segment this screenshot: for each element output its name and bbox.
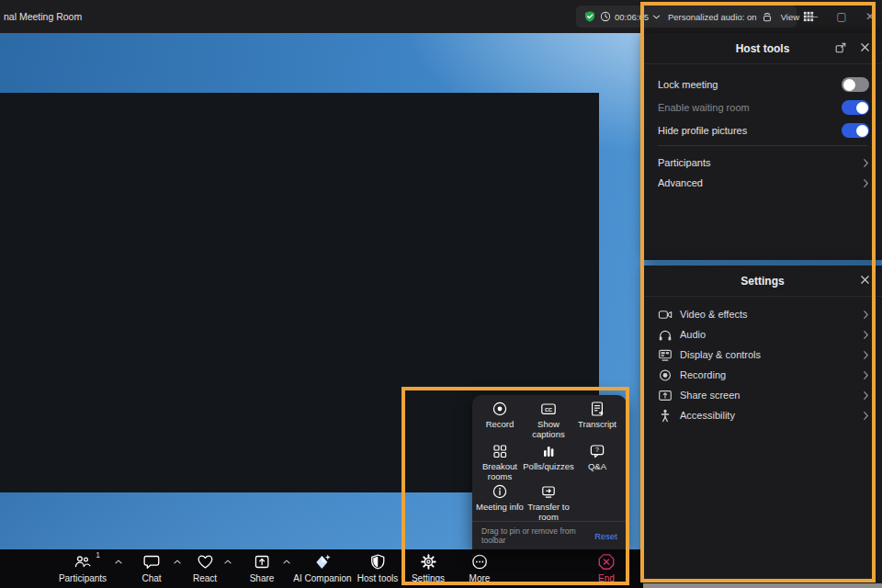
zoom-meeting-window: nal Meeting Room 00:06:05 Personalized a… <box>0 0 882 588</box>
chevron-right-icon <box>863 178 869 188</box>
meeting-status-pill: 00:06:05 Personalized audio: on View <box>576 6 797 28</box>
clock-icon <box>600 11 611 22</box>
menu-item-polls-quizzes[interactable]: Polls/quizzes <box>523 443 574 472</box>
bottom-gray-strip <box>643 583 882 588</box>
share-screen-icon <box>254 553 271 571</box>
toggle-row-enable-waiting-room: Enable waiting room <box>643 97 882 118</box>
settings-button[interactable]: Settings <box>412 553 445 583</box>
participants-chevron-up-icon[interactable] <box>114 559 123 565</box>
close-icon[interactable] <box>859 41 871 53</box>
share-screen-icon <box>658 389 673 402</box>
chat-button[interactable]: Chat <box>141 553 161 583</box>
headphones-icon <box>658 328 673 342</box>
settings-item-accessibility[interactable]: Accessibility <box>643 405 882 425</box>
record-icon <box>658 368 673 382</box>
chevron-right-icon <box>863 350 869 360</box>
svg-text:CC: CC <box>545 407 552 413</box>
transcript-icon <box>589 401 605 417</box>
more-button[interactable]: More <box>469 553 491 583</box>
drag-hint-text: Drag to pin or remove from toolbar <box>481 526 594 545</box>
advanced-link-row[interactable]: Advanced <box>643 173 882 193</box>
end-meeting-button[interactable]: End <box>598 553 616 583</box>
settings-item-display-controls[interactable]: Display & controls <box>643 345 882 365</box>
settings-item-recording[interactable]: Recording <box>643 365 882 385</box>
more-ellipsis-icon <box>470 553 488 571</box>
video-camera-icon <box>658 308 673 322</box>
host-tools-title: Host tools <box>736 42 790 55</box>
meeting-timer[interactable]: 00:06:05 <box>615 12 649 22</box>
menu-item-meeting-info[interactable]: Meeting info <box>474 483 526 513</box>
participants-link-row[interactable]: Participants <box>643 153 882 173</box>
settings-item-audio[interactable]: Audio <box>643 324 882 345</box>
ai-companion-sparkle-icon <box>313 553 332 571</box>
chevron-right-icon <box>863 330 869 340</box>
divider <box>658 145 867 146</box>
toggle-row-lock-meeting: Lock meeting <box>643 74 882 95</box>
shield-icon <box>369 553 387 571</box>
ai-companion-button[interactable]: AI Companion <box>293 553 351 583</box>
reset-link[interactable]: Reset <box>594 531 617 541</box>
chevron-down-icon[interactable] <box>652 14 661 20</box>
encryption-shield-icon <box>583 10 596 23</box>
participants-button[interactable]: 1 Participants <box>59 553 107 583</box>
closed-captions-icon: CC <box>540 401 557 417</box>
breakout-rooms-icon <box>492 443 508 459</box>
personalized-audio-status: Personalized audio: on <box>668 12 757 22</box>
more-menu-popup: Record CC Show captions Transcript Break… <box>472 395 627 549</box>
chevron-right-icon <box>863 310 869 320</box>
host-tools-header: Host tools <box>643 33 882 64</box>
heart-icon <box>197 553 214 571</box>
react-button[interactable]: React <box>193 553 217 583</box>
chevron-right-icon <box>863 390 869 401</box>
menu-item-record[interactable]: Record <box>474 401 526 430</box>
chevron-right-icon <box>863 411 869 421</box>
more-menu-footer: Drag to pin or remove from toolbar Reset <box>472 521 627 549</box>
participants-count-badge: 1 <box>96 550 100 560</box>
transfer-icon <box>540 483 557 500</box>
chat-chevron-up-icon[interactable] <box>173 559 182 565</box>
display-icon <box>658 348 673 362</box>
settings-header: Settings <box>643 266 882 297</box>
personalized-audio-icon[interactable] <box>761 10 774 23</box>
top-bar: nal Meeting Room 00:06:05 Personalized a… <box>0 0 882 33</box>
end-meeting-icon <box>598 553 616 571</box>
enable-waiting-room-toggle[interactable] <box>842 100 869 115</box>
menu-item-show-captions[interactable]: CC Show captions <box>523 401 574 440</box>
close-button[interactable]: ✕ <box>856 0 882 33</box>
maximize-button[interactable]: ▢ <box>828 0 855 33</box>
lock-meeting-toggle[interactable] <box>842 77 869 92</box>
react-chevron-up-icon[interactable] <box>223 559 232 565</box>
chat-icon <box>143 553 161 571</box>
participants-icon: 1 <box>74 553 92 571</box>
menu-item-qa[interactable]: ? Q&A <box>571 443 623 472</box>
menu-item-breakout-rooms[interactable]: Breakout rooms <box>474 443 526 482</box>
settings-item-share-screen[interactable]: Share screen <box>643 385 882 405</box>
view-label[interactable]: View <box>781 12 799 22</box>
meeting-title: nal Meeting Room <box>4 0 82 33</box>
chevron-right-icon <box>863 158 869 168</box>
share-button[interactable]: Share <box>250 553 275 583</box>
close-icon[interactable] <box>859 274 871 286</box>
toggle-row-hide-profile-pictures: Hide profile pictures <box>643 120 882 141</box>
menu-item-transcript[interactable]: Transcript <box>571 401 623 430</box>
settings-title: Settings <box>741 275 784 288</box>
polls-icon <box>540 443 557 459</box>
share-chevron-up-icon[interactable] <box>282 559 291 565</box>
accessibility-icon <box>658 409 673 423</box>
pop-out-icon[interactable] <box>834 41 847 54</box>
settings-item-video-effects[interactable]: Video & effects <box>643 304 882 324</box>
chevron-right-icon <box>863 370 869 380</box>
host-tools-button[interactable]: Host tools <box>357 553 398 583</box>
host-tools-panel: Host tools Lock meeting Enable waiting r… <box>643 33 882 260</box>
record-icon <box>492 401 508 417</box>
menu-item-transfer-to-room[interactable]: Transfer to room <box>523 483 574 523</box>
svg-text:?: ? <box>595 447 599 453</box>
hide-profile-pictures-toggle[interactable] <box>842 123 869 138</box>
gear-icon <box>419 553 436 571</box>
info-icon <box>492 483 508 500</box>
settings-panel: Settings Video & effects Audio Display &… <box>643 266 882 583</box>
qa-icon: ? <box>589 443 605 459</box>
minimize-button[interactable]: — <box>798 0 826 33</box>
